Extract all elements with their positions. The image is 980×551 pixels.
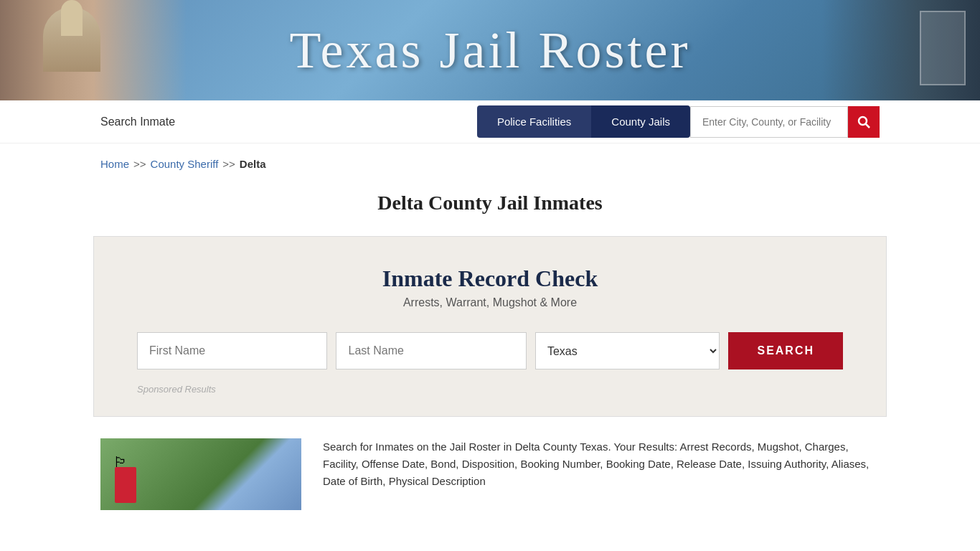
nav-search-input[interactable] (690, 106, 848, 138)
search-icon (857, 115, 871, 129)
banner-right-decoration (822, 0, 980, 100)
breadcrumb-county-sheriff[interactable]: County Sheriff (151, 158, 219, 170)
svg-point-0 (859, 117, 867, 125)
record-search-button[interactable]: SEARCH (728, 332, 843, 369)
header-banner: Texas Jail Roster (0, 0, 980, 100)
record-check-box: Inmate Record Check Arrests, Warrant, Mu… (93, 236, 887, 417)
state-select[interactable]: AlabamaAlaskaArizonaArkansasCaliforniaCo… (535, 332, 720, 369)
banner-capitol-decoration (0, 0, 187, 100)
site-title: Texas Jail Roster (290, 21, 691, 80)
svg-line-1 (866, 123, 870, 128)
nav-buttons: Police Facilities County Jails (477, 105, 690, 138)
breadcrumb-sep1: >> (133, 158, 146, 170)
page-title: Delta County Jail Inmates (0, 177, 980, 236)
first-name-input[interactable] (137, 332, 327, 369)
last-name-input[interactable] (336, 332, 526, 369)
bottom-text: Search for Inmates on the Jail Roster in… (323, 438, 880, 510)
sponsored-label: Sponsored Results (137, 384, 843, 395)
county-jails-button[interactable]: County Jails (591, 105, 690, 138)
breadcrumb: Home >> County Sheriff >> Delta (0, 143, 980, 177)
record-check-subtitle: Arrests, Warrant, Mugshot & More (137, 296, 843, 309)
bottom-thumbnail (100, 438, 301, 510)
bottom-section: Search for Inmates on the Jail Roster in… (0, 438, 980, 510)
nav-bar: Search Inmate Police Facilities County J… (0, 100, 980, 143)
breadcrumb-sep2: >> (222, 158, 235, 170)
nav-search-button[interactable] (848, 106, 880, 138)
breadcrumb-home[interactable]: Home (100, 158, 129, 170)
police-facilities-button[interactable]: Police Facilities (477, 105, 591, 138)
record-check-title: Inmate Record Check (137, 265, 843, 292)
record-check-form: AlabamaAlaskaArizonaArkansasCaliforniaCo… (137, 332, 843, 369)
breadcrumb-current: Delta (240, 158, 266, 170)
nav-label: Search Inmate (100, 116, 175, 128)
